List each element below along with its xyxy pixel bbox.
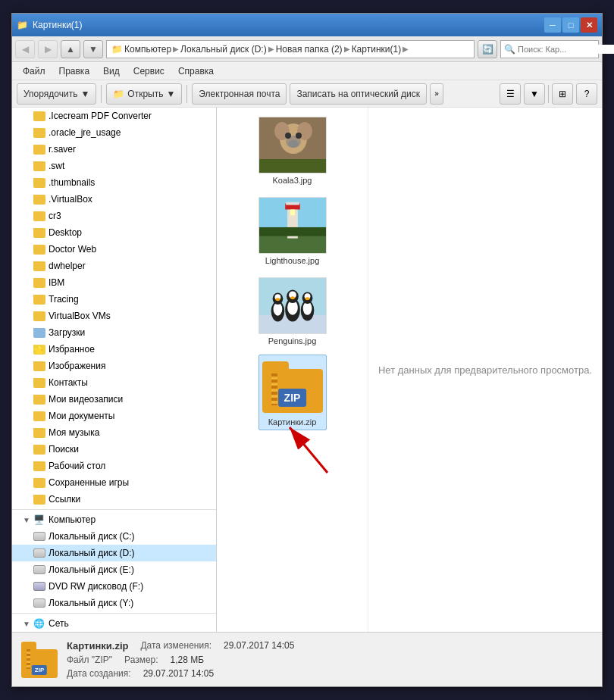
folder-icon [33,445,45,455]
sidebar-item-documents[interactable]: Мои документы [12,408,216,424]
sidebar-item-tracing[interactable]: Tracing [12,291,216,308]
expand-icon [21,444,32,455]
sidebar-drive-c[interactable]: Локальный диск (C:) [12,528,216,545]
status-type-label: Файл "ZIP" [67,655,112,665]
sidebar-item-desktop2[interactable]: Рабочий стол [12,458,216,474]
sidebar-item-oracle[interactable]: .oracle_jre_usage [12,124,216,141]
folder-label: Рабочий стол [49,461,105,471]
drive-label: DVD RW дисковод (F:) [49,581,143,592]
folder-icon [33,411,45,421]
sidebar-item-pictures[interactable]: Изображения [12,358,216,374]
expand-icon [21,177,32,188]
folder-label: cr3 [49,211,61,221]
sidebar-drive-d[interactable]: Локальный диск (D:) [12,545,216,561]
sidebar-item-cr3[interactable]: cr3 [12,208,216,224]
folder-icon [33,478,45,488]
sidebar-item-favorites[interactable]: ⭐ Избранное [12,341,216,358]
view-list-button[interactable]: ☰ [500,83,521,105]
help-button[interactable]: ? [576,83,597,105]
view-dropdown-button[interactable]: ▼ [524,83,545,105]
menu-view[interactable]: Вид [97,64,126,78]
folder-label: .VirtualBox [49,194,92,205]
window-icon: 📁 [17,20,28,30]
sidebar-item-searches[interactable]: Поиски [12,441,216,458]
folder-label: Изображения [49,361,105,371]
minimize-button[interactable]: ─ [544,17,561,33]
menu-file[interactable]: Файл [17,64,52,78]
organize-button[interactable]: Упорядочить ▼ [17,83,96,105]
sidebar-item-downloads[interactable]: Загрузки [12,324,216,341]
file-item-koala[interactable]: Koala3.jpg [258,114,327,188]
sidebar-item-desktop[interactable]: Desktop [12,224,216,241]
back-button[interactable]: ◀ [15,40,35,58]
sidebar-item-virtualboxvms[interactable]: VirtualBox VMs [12,308,216,324]
burn-button[interactable]: Записать на оптический диск [290,83,427,105]
drive-label: Локальный диск (C:) [49,531,135,542]
menu-edit[interactable]: Правка [53,64,96,78]
sidebar-item-links[interactable]: Ссылки [12,491,216,508]
expand-icon [21,111,32,121]
sidebar-item-rsaver[interactable]: r.saver [12,141,216,158]
folder-icon [33,178,45,188]
recent-button[interactable]: ▼ [83,40,103,58]
toolbar-right: ☰ ▼ ⊞ ? [500,83,597,105]
sidebar-drive-y[interactable]: Локальный диск (Y:) [12,595,216,611]
sidebar-drive-e[interactable]: Локальный диск (E:) [12,561,216,578]
up-button[interactable]: ▲ [61,40,80,58]
open-button[interactable]: 📁 Открыть ▼ [106,83,182,105]
sidebar-item-icecream[interactable]: .Icecream PDF Converter [12,108,216,124]
organize-label: Упорядочить [23,89,77,99]
menu-help[interactable]: Справка [172,64,220,78]
search-box[interactable]: 🔍 [500,40,599,58]
maximize-button[interactable]: □ [562,17,579,33]
sidebar-item-computer[interactable]: ▼ 🖥️ Компьютер [12,511,216,528]
folder-icon [33,111,45,121]
sidebar-item-ibm[interactable]: IBM [12,274,216,291]
sidebar-item-network[interactable]: ▼ 🌐 Сеть [12,615,216,632]
file-item-zip[interactable]: ZIP Картинки.zip [258,355,327,430]
sidebar-item-virtualbox[interactable]: .VirtualBox [12,191,216,208]
sidebar-item-videos[interactable]: Мои видеозаписи [12,391,216,408]
file-item-lighthouse[interactable]: Lighthouse.jpg [258,194,327,268]
svg-point-5 [285,133,291,139]
folder-icon [33,161,45,171]
folder-label: dwhelper [49,261,86,271]
sidebar-item-swt[interactable]: .swt [12,158,216,174]
folder-icon [33,128,45,138]
sidebar-item-music[interactable]: Моя музыка [12,424,216,441]
folder-label: Моя музыка [49,427,99,438]
status-modified-value: 29.07.2017 14:05 [224,640,294,652]
title-bar: 📁 Картинки(1) ─ □ ✕ [12,14,602,36]
menu-bar: Файл Правка Вид Сервис Справка [12,62,602,80]
bc4: Картинки(1) [352,44,402,55]
file-item-penguins[interactable]: Penguins.jpg [258,274,327,348]
view-columns-button[interactable]: ⊞ [552,83,573,105]
sidebar-item-savedgames[interactable]: Сохраненные игры [12,474,216,491]
sidebar-item-contacts[interactable]: Контакты [12,374,216,391]
sidebar-drive-f[interactable]: DVD RW дисковод (F:) [12,578,216,595]
sidebar-item-thumbnails[interactable]: .thumbnails [12,174,216,191]
folder-icon [33,395,45,405]
close-button[interactable]: ✕ [581,17,597,33]
expand-icon [21,194,32,205]
expand-icon [21,311,32,321]
refresh-button[interactable]: 🔄 [478,40,497,58]
folder-icon [33,211,45,221]
file-label-koala: Koala3.jpg [273,176,312,185]
sep3: ▶ [344,45,350,53]
expand-icon [21,227,32,238]
search-input[interactable] [518,45,614,54]
more-button[interactable]: » [430,83,443,105]
sidebar-item-dwhelper[interactable]: dwhelper [12,258,216,274]
address-input[interactable]: 📁 Компьютер ▶ Локальный диск (D:) ▶ Нова… [106,40,475,58]
forward-button[interactable]: ▶ [38,40,58,58]
email-button[interactable]: Электронная почта [192,83,287,105]
sep2: ▶ [268,45,274,53]
sidebar-item-doctorweb[interactable]: Doctor Web [12,241,216,258]
menu-tools[interactable]: Сервис [127,64,171,78]
status-filename: Картинки.zip [67,640,128,652]
window-title: Картинки(1) [33,20,83,30]
network-icon: 🌐 [33,618,45,629]
svg-rect-13 [286,202,299,205]
file-list: Koala3.jpg [217,108,368,632]
